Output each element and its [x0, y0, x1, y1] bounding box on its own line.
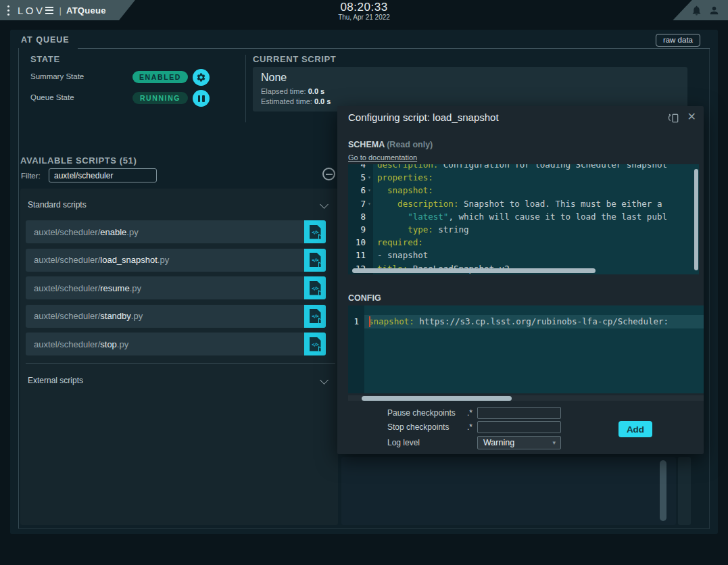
queue-state-label: Queue State [30, 93, 74, 101]
code-line: 8 "latest", which will cause it to load … [348, 210, 699, 223]
log-level-label: Log level [387, 438, 420, 447]
estimated-time-row: Estimated time: 0.0 s [261, 97, 679, 107]
code-line: 7▾ description: Snapshot to load. This m… [348, 197, 699, 210]
add-button[interactable]: Add [618, 421, 652, 437]
external-scripts-header[interactable]: External scripts [28, 376, 83, 385]
script-path: auxtel/scheduler/resume.py [26, 276, 304, 299]
schema-readonly-note: (Read only) [387, 140, 433, 149]
code-line: 5▾properties: [348, 171, 699, 184]
state-section-title: STATE [30, 54, 60, 64]
launch-script-button[interactable]: </> [304, 305, 326, 328]
log-level-select[interactable]: Warning ▾ [477, 436, 561, 449]
script-row: auxtel/scheduler/load_snapshot.py</> [26, 249, 326, 272]
rotate-file-icon[interactable] [667, 112, 680, 124]
scrollbar[interactable] [660, 460, 666, 521]
current-script-title: CURRENT SCRIPT [253, 54, 336, 64]
caret-down-icon: ▾ [552, 439, 556, 446]
code-line: 6▾ snapshot: [348, 184, 699, 197]
scripts-divider [26, 363, 335, 364]
schema-section-title: SCHEMA (Read only) [348, 140, 433, 149]
summary-state-gear-button[interactable] [193, 69, 210, 86]
raw-data-button[interactable]: raw data [656, 34, 700, 47]
logo-text: LOV [18, 5, 45, 16]
app-header-right [664, 0, 728, 20]
estimated-time-value: 0.0 s [314, 97, 331, 105]
standard-scripts-list: auxtel/scheduler/enable.py</>auxtel/sche… [26, 220, 326, 361]
documentation-link[interactable]: Go to documentation [348, 153, 417, 162]
pause-checkpoints-label: Pause checkpoints [387, 408, 456, 418]
stop-checkpoints-input[interactable] [477, 421, 561, 433]
gear-icon [196, 72, 206, 82]
configure-script-modal: Configuring script: load_snapshot ✕ SCHE… [337, 106, 704, 454]
stop-checkpoints-hint: .* [458, 422, 472, 432]
kebab-menu-icon[interactable] [7, 5, 9, 16]
chevron-down-icon[interactable] [320, 200, 329, 209]
launch-script-button[interactable]: </> [304, 220, 326, 243]
code-line: 9 type: string [348, 223, 699, 236]
script-row: auxtel/scheduler/standby.py</> [26, 305, 326, 328]
standard-scripts-header[interactable]: Standard scripts [28, 200, 87, 210]
text-cursor [369, 316, 370, 327]
launch-script-button[interactable]: </> [304, 276, 326, 299]
summary-state-badge: ENABLED [132, 71, 188, 83]
schema-code-editor: 4description: Configuration for loading … [348, 164, 699, 274]
script-path: auxtel/scheduler/stop.py [26, 333, 304, 355]
app-header-left: LOV | ATQueue [0, 0, 135, 20]
bell-icon[interactable] [691, 5, 702, 16]
scripts-panel: Standard scripts auxtel/scheduler/enable… [20, 189, 338, 525]
schema-horizontal-scrollbar[interactable] [352, 268, 596, 273]
script-path: auxtel/scheduler/load_snapshot.py [26, 249, 304, 272]
panel-border [18, 528, 710, 529]
launch-script-button[interactable]: </> [304, 333, 326, 355]
launch-script-button[interactable]: </> [304, 249, 326, 272]
filter-input[interactable] [49, 168, 157, 182]
panel-border [78, 48, 710, 49]
estimated-time-label: Estimated time: [261, 97, 312, 105]
config-horizontal-scrollbar[interactable] [362, 396, 512, 401]
script-path: auxtel/scheduler/standby.py [26, 305, 304, 328]
schema-label: SCHEMA [348, 140, 385, 149]
app-name: ATQueue [66, 5, 106, 16]
minus-circle-icon[interactable] [322, 168, 335, 180]
love-logo: LOV [18, 5, 53, 16]
script-row: auxtel/scheduler/enable.py</> [26, 220, 326, 243]
modal-title: Configuring script: load_snapshot [348, 112, 499, 123]
pause-checkpoints-hint: .* [458, 408, 472, 418]
script-row: auxtel/scheduler/stop.py</> [26, 333, 326, 355]
file-code-play-icon: </> [310, 309, 321, 323]
file-code-play-icon: </> [310, 281, 321, 295]
config-code-lines: 1snapshot: https://s3.cp.lsst.org/rubino… [348, 315, 704, 328]
code-line: 10required: [348, 236, 699, 249]
background-panel [341, 457, 676, 525]
user-icon[interactable] [708, 5, 720, 16]
pause-checkpoints-input[interactable] [477, 407, 561, 419]
queue-state-badge: RUNNING [132, 92, 188, 104]
file-code-play-icon: </> [310, 253, 321, 267]
filter-label: Filter: [21, 172, 41, 180]
script-path: auxtel/scheduler/enable.py [26, 220, 304, 243]
current-script-name: None [261, 72, 679, 84]
chevron-down-icon[interactable] [320, 376, 329, 385]
config-code-editor[interactable]: 1snapshot: https://s3.cp.lsst.org/rubino… [348, 305, 704, 393]
logo-separator: | [59, 5, 62, 16]
code-line: 11- snapshot [348, 249, 699, 262]
log-level-value: Warning [483, 438, 514, 447]
script-row: auxtel/scheduler/resume.py</> [26, 276, 326, 299]
code-line: 4description: Configuration for loading … [348, 164, 699, 171]
stop-checkpoints-label: Stop checkpoints [387, 422, 449, 432]
close-icon[interactable]: ✕ [687, 110, 696, 124]
file-code-play-icon: </> [310, 337, 321, 351]
logo-e-icon [45, 7, 53, 14]
file-code-play-icon: </> [310, 225, 321, 239]
elapsed-time-row: Elapsed time: 0.0 s [261, 87, 679, 97]
panel-border [18, 48, 19, 529]
summary-state-label: Summary State [30, 72, 84, 80]
schema-code-lines: 4description: Configuration for loading … [348, 164, 699, 274]
queue-pause-button[interactable] [193, 90, 210, 107]
current-script-card: None Elapsed time: 0.0 s Estimated time:… [253, 67, 687, 112]
background-panel-edge [678, 457, 691, 525]
available-scripts-title: AVAILABLE SCRIPTS (51) [20, 155, 137, 166]
schema-vertical-scrollbar[interactable] [694, 169, 698, 270]
code-line: 1snapshot: https://s3.cp.lsst.org/rubino… [348, 315, 704, 328]
page-title: AT QUEUE [21, 35, 70, 45]
